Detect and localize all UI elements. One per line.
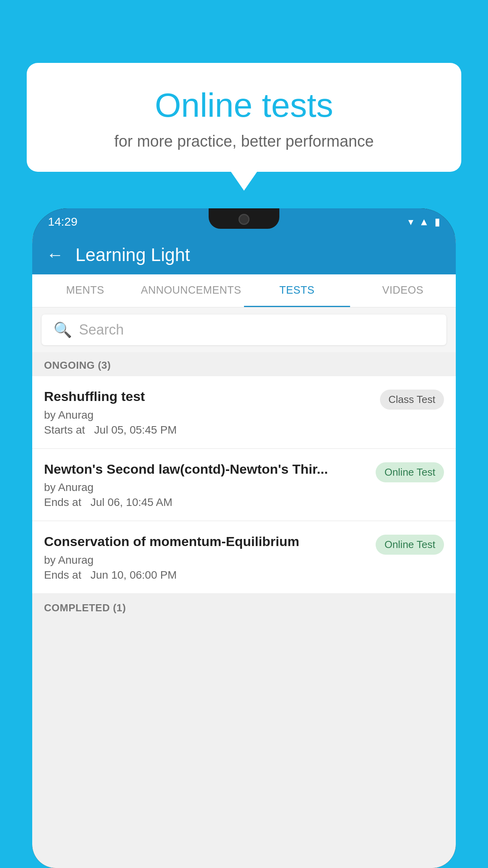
- test-item-title: Newton's Second law(contd)-Newton's Thir…: [44, 461, 368, 478]
- tab-ments[interactable]: MENTS: [32, 274, 138, 307]
- tab-videos[interactable]: VIDEOS: [350, 274, 456, 307]
- tab-announcements[interactable]: ANNOUNCEMENTS: [138, 274, 244, 307]
- bubble-subtitle: for more practice, better performance: [46, 132, 442, 150]
- test-badge-class: Class Test: [380, 390, 444, 410]
- test-item-info: Reshuffling test by Anurag Starts at Jul…: [44, 388, 380, 436]
- test-item-info: Conservation of momentum-Equilibrium by …: [44, 533, 376, 581]
- app-bar: ← Learning Light: [32, 235, 456, 274]
- test-item-by: by Anurag: [44, 481, 368, 494]
- section-ongoing-header: ONGOING (3): [32, 352, 456, 376]
- test-item-title: Conservation of momentum-Equilibrium: [44, 533, 368, 550]
- test-item[interactable]: Reshuffling test by Anurag Starts at Jul…: [32, 376, 456, 448]
- section-completed-header: COMPLETED (1): [32, 595, 456, 619]
- status-time: 14:29: [48, 215, 77, 228]
- tabs-bar: MENTS ANNOUNCEMENTS TESTS VIDEOS: [32, 274, 456, 307]
- test-item-title: Reshuffling test: [44, 388, 372, 405]
- signal-icon: ▲: [419, 216, 429, 228]
- test-item[interactable]: Conservation of momentum-Equilibrium by …: [32, 521, 456, 593]
- test-item-date: Starts at Jul 05, 05:45 PM: [44, 424, 372, 436]
- speech-bubble: Online tests for more practice, better p…: [27, 63, 461, 172]
- test-item-date: Ends at Jun 10, 06:00 PM: [44, 569, 368, 581]
- camera-icon: [238, 214, 250, 225]
- search-container: 🔍 Search: [32, 307, 456, 352]
- search-input[interactable]: Search: [79, 322, 124, 338]
- search-bar[interactable]: 🔍 Search: [42, 314, 446, 345]
- battery-icon: ▮: [435, 216, 440, 228]
- status-icons: ▾ ▲ ▮: [408, 216, 440, 228]
- test-item[interactable]: Newton's Second law(contd)-Newton's Thir…: [32, 449, 456, 521]
- test-badge-online: Online Test: [376, 535, 444, 555]
- phone-frame: 14:29 ▾ ▲ ▮ ← Learning Light MENTS ANNOU…: [32, 208, 456, 868]
- phone-screen: ← Learning Light MENTS ANNOUNCEMENTS TES…: [32, 235, 456, 868]
- back-button[interactable]: ←: [46, 245, 64, 265]
- test-item-date: Ends at Jul 06, 10:45 AM: [44, 496, 368, 509]
- test-item-info: Newton's Second law(contd)-Newton's Thir…: [44, 461, 376, 509]
- search-icon: 🔍: [53, 321, 72, 338]
- test-item-by: by Anurag: [44, 554, 368, 566]
- phone-notch: [209, 208, 279, 229]
- bubble-title: Online tests: [46, 86, 442, 124]
- wifi-icon: ▾: [408, 216, 413, 228]
- app-bar-title: Learning Light: [75, 244, 190, 265]
- test-item-by: by Anurag: [44, 409, 372, 421]
- tab-tests[interactable]: TESTS: [244, 274, 350, 307]
- test-badge-online: Online Test: [376, 462, 444, 482]
